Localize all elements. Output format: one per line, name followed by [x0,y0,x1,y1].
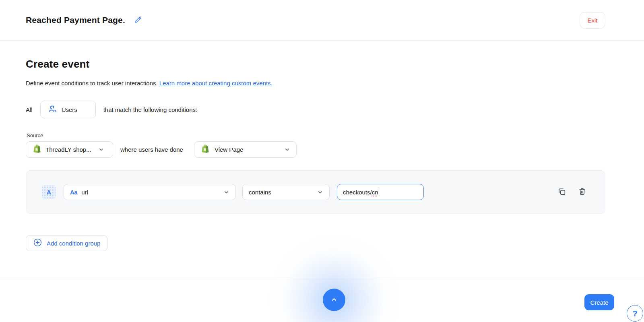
chevron-down-icon [98,147,104,153]
create-event-form: Create event Define event conditions to … [0,58,644,251]
condition-value-misspelled: cn [372,189,378,196]
condition-group-badge: A [42,185,56,199]
source-section: Source S ThreadLY shop... where users ha… [26,132,605,158]
shopify-icon: S [200,144,209,155]
condition-operator-dropdown[interactable]: contains [242,184,330,200]
event-type-dropdown[interactable]: S View Page [194,141,297,158]
duplicate-condition-button[interactable] [557,187,566,197]
copy-icon [557,187,566,197]
edit-event-name-button[interactable] [134,16,142,25]
pencil-icon [134,16,142,25]
trash-icon [578,187,586,197]
condition-value-text: checkouts/ [343,189,372,196]
condition-field-dropdown[interactable]: Aa url [64,184,236,200]
description-text: Define event conditions to track user in… [26,80,159,87]
users-icon [47,104,57,115]
description: Define event conditions to track user in… [26,80,605,87]
help-button[interactable]: ? [627,305,643,322]
event-type-dropdown-value: View Page [215,146,243,153]
audience-prefix-label: All [26,106,33,113]
chevron-up-icon [330,296,338,304]
event-name-title: Reached Payment Page. [26,15,125,25]
connector-text: where users have done [120,146,183,153]
chevron-down-icon [284,147,290,153]
condition-row-actions [557,187,586,197]
source-dropdown-value: ThreadLY shop... [45,146,91,153]
learn-more-link[interactable]: Learn more about creating custom events. [159,80,272,87]
page-heading: Create event [26,58,605,70]
chevron-down-icon [223,189,229,195]
add-condition-group-button[interactable]: Add condition group [26,235,107,251]
text-type-icon: Aa [70,189,77,196]
audience-selector-value: Users [62,106,77,113]
text-caret [379,188,380,196]
condition-group: A Aa url contains checkouts/cn [26,170,605,214]
condition-field-value: url [81,189,88,196]
condition-value-input[interactable]: checkouts/cn [337,184,424,200]
footer-divider [0,280,644,280]
shopify-icon: S [32,144,41,155]
source-row: S ThreadLY shop... where users have done… [26,141,605,158]
question-mark-icon: ? [632,309,638,318]
create-button[interactable]: Create [584,294,614,310]
exit-button[interactable]: Exit [580,12,605,29]
plus-circle-icon [33,238,42,248]
delete-condition-button[interactable] [578,187,586,197]
chevron-down-icon [317,189,323,195]
audience-row: All Users that match the following condi… [26,101,605,118]
source-dropdown[interactable]: S ThreadLY shop... [26,141,113,158]
scroll-to-top-button[interactable] [323,289,345,311]
audience-suffix-label: that match the following conditions: [103,106,197,113]
condition-operator-value: contains [249,189,271,196]
add-condition-group-label: Add condition group [47,240,100,247]
source-label: Source [27,132,605,138]
audience-selector[interactable]: Users [40,101,96,118]
top-bar: Reached Payment Page. Exit [0,0,644,41]
